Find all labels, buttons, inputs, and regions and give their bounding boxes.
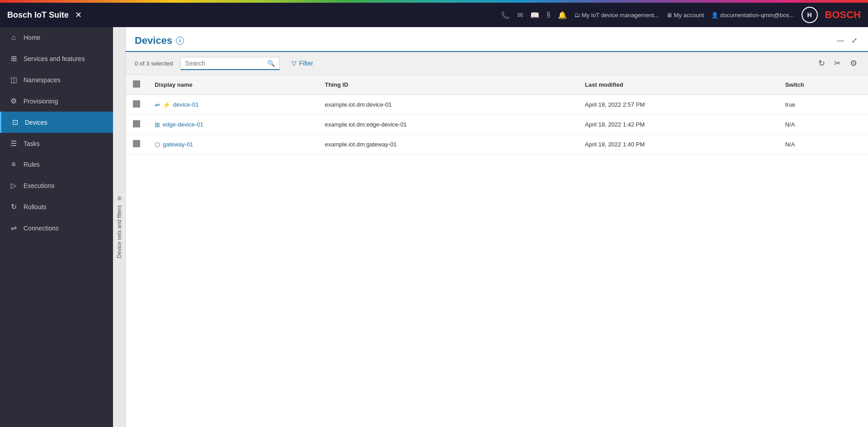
row-thing-id-3: example.iot.dm:gateway-01: [317, 135, 577, 155]
content-area: Device sets and filters ⊖ Devices i — ⤢ …: [113, 27, 868, 427]
sidebar-item-namespaces[interactable]: ◫ Namespaces: [0, 69, 113, 90]
settings-button[interactable]: ⚙: [848, 56, 859, 70]
device-name-2[interactable]: edge-device-01: [163, 121, 203, 128]
sidebar-item-label-devices: Devices: [25, 119, 47, 126]
sidebar-item-rollouts[interactable]: ↻ Rollouts: [0, 196, 113, 217]
devices-header: Devices i — ⤢: [126, 27, 868, 52]
device-name-1[interactable]: device-01: [173, 101, 198, 108]
row-last-modified-2: April 18, 2022 1:42 PM: [578, 115, 778, 135]
row-thing-id-2: example.iot.dm:edge-device-01: [317, 115, 577, 135]
sidebar-item-label-rules: Rules: [24, 161, 40, 168]
sidebar-item-executions[interactable]: ▷ Executions: [0, 175, 113, 196]
workspace-link[interactable]: 🗂 My IoT device management...: [574, 12, 659, 19]
phone-icon[interactable]: 📞: [501, 11, 510, 19]
header-display-name: Display name: [147, 75, 317, 95]
header-last-modified: Last modified: [578, 75, 778, 95]
search-box: 🔍: [180, 57, 280, 70]
book-icon[interactable]: 📖: [530, 11, 539, 19]
main-layout: ⌂ Home ⊞ Services and features ◫ Namespa…: [0, 27, 868, 427]
row-thing-id-1: example.iot.dm:device-01: [317, 95, 577, 115]
device-type-icon-1: ⇌: [155, 101, 160, 108]
bosch-avatar[interactable]: H: [802, 7, 818, 23]
account-link[interactable]: 🖥 My account: [666, 12, 704, 19]
close-sidebar-button[interactable]: ✕: [73, 8, 84, 22]
header-switch: Switch: [778, 75, 868, 95]
device-icons-2: ⊞ edge-device-01: [155, 121, 310, 128]
sidebar-item-connections[interactable]: ⇌ Connections: [0, 217, 113, 239]
cut-button[interactable]: ✂: [832, 56, 843, 70]
device-name-3[interactable]: gateway-01: [163, 141, 193, 148]
selection-count: 0 of 3 selected: [135, 60, 173, 67]
bosch-logo: BOSCH: [825, 9, 861, 21]
provisioning-icon: ⚙: [9, 97, 18, 105]
row-switch-2: N/A: [778, 115, 868, 135]
table-body: ⇌ ⚡ device-01 example.iot.dm:device-01 A…: [126, 95, 868, 155]
edge-device-icon-2: ⊞: [155, 121, 160, 128]
sidebar-item-devices[interactable]: ⊡ Devices: [0, 112, 113, 133]
filter-icon: ▽: [292, 60, 297, 67]
row-checkbox-3[interactable]: [133, 140, 140, 147]
sidebar-item-tasks[interactable]: ☰ Tasks: [0, 133, 113, 154]
row-display-name-2: ⊞ edge-device-01: [147, 115, 317, 135]
device-wifi-icon-1: ⚡: [163, 101, 170, 108]
toolbar: 0 of 3 selected 🔍 ▽ Filter ↻ ✂ ⚙: [126, 52, 868, 75]
section-icon[interactable]: §: [547, 11, 551, 19]
top-header: Bosch IoT Suite ✕ 📞 ✉ 📖 § 🔔 🗂 My IoT dev…: [0, 3, 868, 27]
mail-icon[interactable]: ✉: [517, 11, 523, 19]
search-icon: 🔍: [267, 60, 275, 67]
side-panel-label: Device sets and filters ⊖: [116, 196, 123, 258]
side-panel-tab[interactable]: Device sets and filters ⊖: [113, 27, 126, 427]
rules-icon: ≡: [9, 160, 18, 169]
header-checkbox-cell: [126, 75, 147, 95]
devices-title-text: Devices: [135, 35, 172, 47]
sidebar-item-rules[interactable]: ≡ Rules: [0, 154, 113, 175]
sidebar-item-home[interactable]: ⌂ Home: [0, 27, 113, 48]
tasks-icon: ☰: [9, 139, 18, 148]
sidebar-item-label-services: Services and features: [24, 55, 85, 62]
expand-button[interactable]: ⤢: [849, 34, 859, 47]
sidebar-item-provisioning[interactable]: ⚙ Provisioning: [0, 90, 113, 112]
sidebar-item-label-connections: Connections: [24, 225, 59, 232]
row-last-modified-3: April 18, 2022 1:40 PM: [578, 135, 778, 155]
sidebar-item-label-tasks: Tasks: [24, 140, 40, 147]
table-row[interactable]: ⬡ gateway-01 example.iot.dm:gateway-01 A…: [126, 135, 868, 155]
connections-icon: ⇌: [9, 224, 18, 232]
row-checkbox-cell-2: [126, 115, 147, 135]
bell-icon[interactable]: 🔔: [558, 11, 567, 19]
header-controls: — ⤢: [835, 34, 859, 47]
device-icons-1: ⇌ ⚡ device-01: [155, 101, 310, 108]
table-row[interactable]: ⇌ ⚡ device-01 example.iot.dm:device-01 A…: [126, 95, 868, 115]
table-header: Display name Thing ID Last modified Swit…: [126, 75, 868, 95]
rollouts-icon: ↻: [9, 202, 18, 211]
executions-icon: ▷: [9, 181, 18, 190]
row-last-modified-1: April 18, 2022 2:57 PM: [578, 95, 778, 115]
filter-button[interactable]: ▽ Filter: [287, 57, 318, 69]
sidebar-item-label-namespaces: Namespaces: [24, 76, 61, 84]
sidebar-item-label-provisioning: Provisioning: [24, 98, 58, 105]
table-row[interactable]: ⊞ edge-device-01 example.iot.dm:edge-dev…: [126, 115, 868, 135]
sidebar-item-services[interactable]: ⊞ Services and features: [0, 48, 113, 69]
row-display-name-3: ⬡ gateway-01: [147, 135, 317, 155]
row-checkbox-1[interactable]: [133, 100, 140, 108]
sidebar: ⌂ Home ⊞ Services and features ◫ Namespa…: [0, 27, 113, 427]
account-icon: 🖥: [666, 12, 672, 19]
sidebar-item-label-executions: Executions: [24, 182, 54, 189]
search-input[interactable]: [185, 60, 264, 67]
row-checkbox-2[interactable]: [133, 120, 140, 127]
row-checkbox-cell-1: [126, 95, 147, 115]
main-content: Devices i — ⤢ 0 of 3 selected 🔍 ▽ Filter: [126, 27, 868, 427]
devices-table: Display name Thing ID Last modified Swit…: [126, 75, 868, 155]
select-all-checkbox[interactable]: [133, 80, 140, 88]
app-title-text: Bosch IoT Suite: [7, 10, 69, 20]
row-switch-3: N/A: [778, 135, 868, 155]
filter-label: Filter: [299, 60, 313, 67]
user-link[interactable]: 👤 documentation-qmm@bos...: [711, 12, 794, 19]
gateway-icon-3: ⬡: [155, 141, 160, 148]
minimize-button[interactable]: —: [835, 35, 846, 47]
refresh-button[interactable]: ↻: [816, 56, 827, 70]
devices-icon: ⊡: [10, 118, 19, 127]
sidebar-item-label-home: Home: [24, 34, 40, 41]
devices-title: Devices i: [135, 35, 184, 47]
row-checkbox-cell-3: [126, 135, 147, 155]
devices-info-icon[interactable]: i: [176, 37, 184, 45]
